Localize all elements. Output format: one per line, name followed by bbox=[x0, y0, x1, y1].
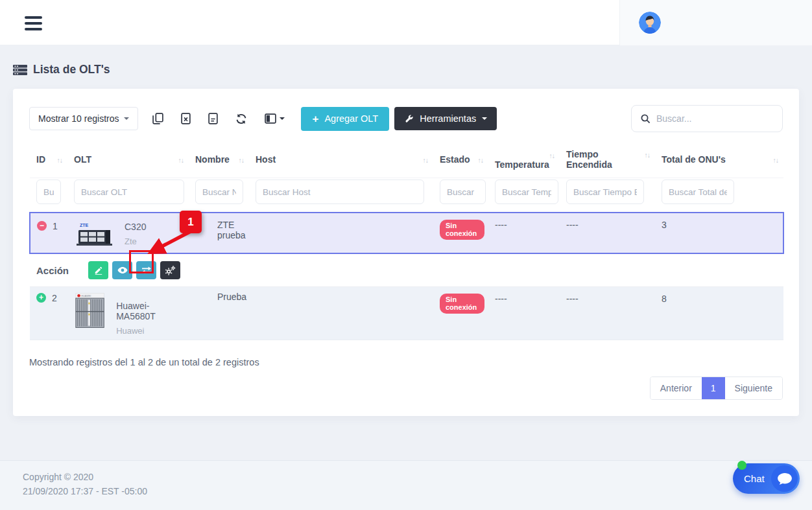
chevron-down-icon bbox=[280, 117, 285, 120]
chat-label: Chat bbox=[744, 473, 765, 484]
hamburger-bar bbox=[25, 22, 42, 25]
olt-model: Huawei-MA5680T bbox=[116, 292, 185, 321]
sort-icon bbox=[645, 151, 651, 159]
edit-pencil-icon bbox=[94, 266, 103, 275]
filter-row bbox=[30, 178, 783, 213]
pagination-next[interactable]: Siguiente bbox=[725, 377, 782, 399]
status-badge: Sin conexión bbox=[440, 294, 484, 314]
page-title-text: Lista de OLT's bbox=[33, 63, 110, 76]
sort-icon bbox=[549, 152, 555, 159]
sort-icon bbox=[773, 156, 779, 164]
table-info: Mostrando registros del 1 al 2 de un tot… bbox=[29, 357, 783, 367]
sort-icon bbox=[423, 156, 429, 164]
search-input[interactable] bbox=[656, 113, 774, 124]
footer: Copyright © 2020 21/09/2020 17:37 - EST … bbox=[0, 460, 812, 510]
action-label: Acción bbox=[36, 265, 69, 276]
olt-tiempo-encendida: ---- bbox=[560, 287, 655, 340]
column-visibility-icon[interactable] bbox=[265, 113, 285, 124]
svg-text:HUAWEI: HUAWEI bbox=[81, 295, 91, 297]
header-row: ID OLT Nombre Host Estado Temperatura Ti… bbox=[30, 144, 783, 178]
filter-olt-input[interactable] bbox=[74, 180, 184, 204]
edit-olt-button[interactable] bbox=[88, 261, 108, 279]
chevron-down-icon bbox=[124, 117, 129, 120]
chevron-down-icon bbox=[482, 117, 487, 120]
footer-copyright: Copyright © 2020 bbox=[23, 470, 812, 485]
collapse-row-icon[interactable] bbox=[37, 221, 47, 231]
online-status-dot bbox=[737, 461, 746, 470]
filter-nombre-input[interactable] bbox=[195, 180, 243, 204]
plus-icon bbox=[312, 113, 318, 124]
topbar bbox=[0, 0, 812, 45]
tools-label: Herramientas bbox=[420, 113, 476, 124]
refresh-icon[interactable] bbox=[235, 113, 247, 124]
chat-bubble-circle bbox=[771, 465, 798, 492]
pagination-page-1[interactable]: 1 bbox=[702, 377, 725, 399]
column-header-total-onus[interactable]: Total de ONU's bbox=[655, 144, 783, 178]
filter-total-input[interactable] bbox=[662, 180, 734, 204]
add-olt-label: Agregar OLT bbox=[324, 113, 378, 124]
sort-icon bbox=[478, 156, 484, 164]
filter-id-input[interactable] bbox=[36, 180, 61, 204]
pagination: Anterior 1 Siguiente bbox=[29, 377, 783, 400]
screen: Lista de OLT's Mostrar 10 registros bbox=[0, 0, 812, 510]
topbar-right-panel bbox=[619, 0, 812, 45]
expand-row-icon[interactable] bbox=[36, 293, 46, 303]
column-header-host[interactable]: Host bbox=[249, 144, 433, 178]
column-header-temperatura[interactable]: Temperatura bbox=[488, 144, 560, 178]
column-header-estado[interactable]: Estado bbox=[433, 144, 488, 178]
speech-bubble-icon bbox=[777, 472, 793, 485]
tools-dropdown-button[interactable]: Herramientas bbox=[394, 107, 497, 130]
olt-total-onus: 3 bbox=[655, 213, 783, 253]
column-header-tiempo-encendida[interactable]: Tiempo Encendida bbox=[560, 144, 655, 178]
column-header-id[interactable]: ID bbox=[30, 144, 67, 178]
sort-icon bbox=[57, 156, 63, 164]
show-entries-dropdown[interactable]: Mostrar 10 registros bbox=[29, 107, 138, 130]
eye-icon bbox=[117, 266, 128, 274]
olt-total-onus: 8 bbox=[655, 287, 783, 340]
huawei-device-image: HUAWEI bbox=[74, 292, 106, 329]
hamburger-menu-icon[interactable] bbox=[25, 16, 42, 30]
olt-host bbox=[249, 287, 433, 340]
hamburger-bar bbox=[25, 28, 42, 30]
settings-olt-button[interactable] bbox=[160, 261, 180, 279]
column-header-olt[interactable]: OLT bbox=[67, 144, 189, 178]
olt-temperatura: ---- bbox=[488, 287, 560, 340]
page-content: Lista de OLT's Mostrar 10 registros bbox=[0, 46, 812, 416]
zte-device-image: ZTE bbox=[74, 220, 114, 249]
export-file-icon[interactable] bbox=[208, 113, 218, 124]
search-icon bbox=[640, 113, 651, 124]
olt-brand: Huawei bbox=[116, 326, 185, 336]
export-excel-icon[interactable] bbox=[181, 113, 191, 124]
filter-host-input[interactable] bbox=[256, 180, 424, 204]
add-olt-button[interactable]: Agregar OLT bbox=[301, 107, 389, 131]
export-tools bbox=[152, 113, 285, 124]
user-avatar[interactable] bbox=[639, 12, 661, 34]
row-id: 1 bbox=[53, 221, 58, 231]
sort-icon bbox=[239, 156, 245, 164]
server-icon bbox=[13, 65, 27, 75]
olt-host bbox=[249, 213, 433, 253]
row-id: 2 bbox=[52, 293, 57, 303]
olt-temperatura: ---- bbox=[488, 213, 560, 253]
page-title: Lista de OLT's bbox=[13, 63, 812, 76]
table-toolbar: Mostrar 10 registros bbox=[29, 105, 783, 132]
footer-datetime: 21/09/2020 17:37 - EST -05:00 bbox=[23, 485, 812, 499]
filter-temperatura-input[interactable] bbox=[495, 180, 558, 204]
global-search bbox=[631, 105, 783, 132]
chat-widget-button[interactable]: Chat bbox=[733, 463, 800, 494]
column-header-nombre[interactable]: Nombre bbox=[189, 144, 249, 178]
olt-tiempo-encendida: ---- bbox=[560, 213, 655, 253]
show-entries-label: Mostrar 10 registros bbox=[38, 113, 119, 124]
pagination-previous[interactable]: Anterior bbox=[651, 377, 702, 399]
hamburger-bar bbox=[25, 16, 42, 19]
filter-estado-input[interactable] bbox=[440, 180, 486, 204]
svg-text:ZTE: ZTE bbox=[80, 223, 89, 227]
wrench-icon bbox=[404, 114, 414, 124]
olt-row-2: 2 HUAWEI bbox=[30, 287, 783, 340]
gears-icon bbox=[165, 266, 176, 275]
copy-icon[interactable] bbox=[152, 113, 163, 124]
filter-tiempo-input[interactable] bbox=[566, 180, 644, 204]
olt-nombre: Prueba bbox=[189, 287, 249, 340]
sort-icon bbox=[178, 156, 184, 164]
status-badge: Sin conexión bbox=[440, 220, 484, 240]
